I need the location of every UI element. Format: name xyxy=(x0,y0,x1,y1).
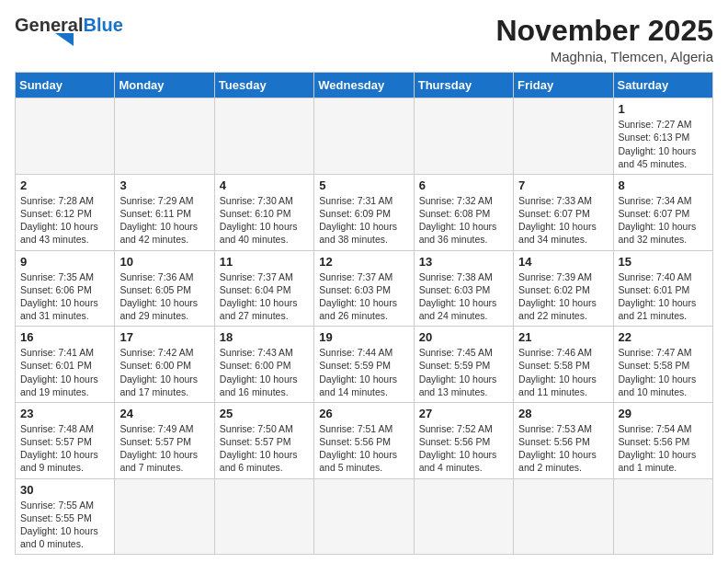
day-number: 30 xyxy=(20,483,109,497)
calendar-cell: 9Sunrise: 7:35 AM Sunset: 6:06 PM Daylig… xyxy=(16,250,115,327)
day-number: 24 xyxy=(119,407,209,420)
calendar-cell xyxy=(214,478,313,555)
calendar-week-row: 30Sunrise: 7:55 AM Sunset: 5:55 PM Dayli… xyxy=(16,478,713,555)
day-info: Sunrise: 7:47 AM Sunset: 5:58 PM Dayligh… xyxy=(619,346,708,398)
calendar-cell: 11Sunrise: 7:37 AM Sunset: 6:04 PM Dayli… xyxy=(214,250,313,327)
day-number: 8 xyxy=(619,178,708,192)
day-info: Sunrise: 7:44 AM Sunset: 5:59 PM Dayligh… xyxy=(319,346,408,398)
calendar-cell: 17Sunrise: 7:42 AM Sunset: 6:00 PM Dayli… xyxy=(115,327,214,403)
day-number: 4 xyxy=(220,178,309,192)
header: GeneralBlue November 2025 Maghnia, Tlemc… xyxy=(15,15,713,64)
calendar-cell xyxy=(115,98,214,175)
calendar-cell: 14Sunrise: 7:39 AM Sunset: 6:02 PM Dayli… xyxy=(514,250,613,327)
calendar-cell: 13Sunrise: 7:38 AM Sunset: 6:03 PM Dayli… xyxy=(414,250,513,327)
day-number: 18 xyxy=(220,330,309,344)
logo-text: GeneralBlue xyxy=(15,15,123,35)
calendar-cell: 2Sunrise: 7:28 AM Sunset: 6:12 PM Daylig… xyxy=(16,174,115,250)
day-info: Sunrise: 7:52 AM Sunset: 5:56 PM Dayligh… xyxy=(419,422,508,475)
calendar-cell: 12Sunrise: 7:37 AM Sunset: 6:03 PM Dayli… xyxy=(314,250,414,327)
day-info: Sunrise: 7:45 AM Sunset: 5:59 PM Dayligh… xyxy=(419,346,508,398)
calendar-cell: 16Sunrise: 7:41 AM Sunset: 6:01 PM Dayli… xyxy=(16,327,115,403)
day-number: 10 xyxy=(119,255,209,269)
day-info: Sunrise: 7:43 AM Sunset: 6:00 PM Dayligh… xyxy=(220,346,309,398)
calendar-subtitle: Maghnia, Tlemcen, Algeria xyxy=(495,49,713,64)
day-info: Sunrise: 7:38 AM Sunset: 6:03 PM Dayligh… xyxy=(419,270,508,323)
calendar-cell xyxy=(514,98,613,175)
day-number: 3 xyxy=(119,178,209,192)
calendar-cell xyxy=(613,478,712,555)
day-info: Sunrise: 7:32 AM Sunset: 6:08 PM Dayligh… xyxy=(419,194,508,247)
day-info: Sunrise: 7:42 AM Sunset: 6:00 PM Dayligh… xyxy=(119,346,209,398)
calendar-cell: 8Sunrise: 7:34 AM Sunset: 6:07 PM Daylig… xyxy=(613,174,712,250)
calendar-cell: 24Sunrise: 7:49 AM Sunset: 5:57 PM Dayli… xyxy=(115,402,214,478)
calendar-cell: 23Sunrise: 7:48 AM Sunset: 5:57 PM Dayli… xyxy=(16,402,115,478)
day-info: Sunrise: 7:37 AM Sunset: 6:04 PM Dayligh… xyxy=(220,270,309,323)
day-number: 6 xyxy=(419,178,508,192)
calendar-cell: 28Sunrise: 7:53 AM Sunset: 5:56 PM Dayli… xyxy=(514,402,613,478)
calendar-cell: 6Sunrise: 7:32 AM Sunset: 6:08 PM Daylig… xyxy=(414,174,513,250)
day-number: 13 xyxy=(419,255,508,269)
day-number: 29 xyxy=(619,407,708,420)
day-info: Sunrise: 7:46 AM Sunset: 5:58 PM Dayligh… xyxy=(518,346,608,398)
calendar-cell xyxy=(414,478,513,555)
col-thursday: Thursday xyxy=(414,73,513,98)
day-info: Sunrise: 7:37 AM Sunset: 6:03 PM Dayligh… xyxy=(319,270,408,323)
calendar-week-row: 1Sunrise: 7:27 AM Sunset: 6:13 PM Daylig… xyxy=(16,98,713,175)
day-info: Sunrise: 7:27 AM Sunset: 6:13 PM Dayligh… xyxy=(619,118,708,170)
calendar-week-row: 16Sunrise: 7:41 AM Sunset: 6:01 PM Dayli… xyxy=(16,327,713,403)
calendar-week-row: 9Sunrise: 7:35 AM Sunset: 6:06 PM Daylig… xyxy=(16,250,713,327)
logo-icon xyxy=(55,33,74,46)
col-wednesday: Wednesday xyxy=(314,73,414,98)
day-info: Sunrise: 7:39 AM Sunset: 6:02 PM Dayligh… xyxy=(518,270,608,323)
day-number: 17 xyxy=(119,330,209,344)
calendar-cell: 27Sunrise: 7:52 AM Sunset: 5:56 PM Dayli… xyxy=(414,402,513,478)
calendar-cell: 26Sunrise: 7:51 AM Sunset: 5:56 PM Dayli… xyxy=(314,402,414,478)
day-info: Sunrise: 7:53 AM Sunset: 5:56 PM Dayligh… xyxy=(518,422,608,475)
day-info: Sunrise: 7:40 AM Sunset: 6:01 PM Dayligh… xyxy=(619,270,708,323)
day-number: 11 xyxy=(220,255,309,269)
day-info: Sunrise: 7:51 AM Sunset: 5:56 PM Dayligh… xyxy=(319,422,408,475)
day-info: Sunrise: 7:31 AM Sunset: 6:09 PM Dayligh… xyxy=(319,194,408,247)
calendar-table: Sunday Monday Tuesday Wednesday Thursday… xyxy=(15,72,713,555)
day-info: Sunrise: 7:35 AM Sunset: 6:06 PM Dayligh… xyxy=(20,270,109,323)
day-number: 12 xyxy=(319,255,408,269)
col-monday: Monday xyxy=(115,73,214,98)
day-number: 2 xyxy=(20,178,109,192)
day-info: Sunrise: 7:54 AM Sunset: 5:56 PM Dayligh… xyxy=(619,422,708,475)
title-block: November 2025 Maghnia, Tlemcen, Algeria xyxy=(495,15,713,64)
calendar-cell xyxy=(115,478,214,555)
day-info: Sunrise: 7:50 AM Sunset: 5:57 PM Dayligh… xyxy=(220,422,309,475)
calendar-cell: 3Sunrise: 7:29 AM Sunset: 6:11 PM Daylig… xyxy=(115,174,214,250)
calendar-title: November 2025 xyxy=(495,15,713,47)
logo: GeneralBlue xyxy=(15,15,123,46)
calendar-cell: 1Sunrise: 7:27 AM Sunset: 6:13 PM Daylig… xyxy=(613,98,712,175)
day-number: 22 xyxy=(619,330,708,344)
day-info: Sunrise: 7:33 AM Sunset: 6:07 PM Dayligh… xyxy=(518,194,608,247)
calendar-cell xyxy=(16,98,115,175)
calendar-cell: 20Sunrise: 7:45 AM Sunset: 5:59 PM Dayli… xyxy=(414,327,513,403)
day-number: 16 xyxy=(20,330,109,344)
day-number: 26 xyxy=(319,407,408,420)
day-number: 28 xyxy=(518,407,608,420)
day-info: Sunrise: 7:29 AM Sunset: 6:11 PM Dayligh… xyxy=(119,194,209,247)
day-info: Sunrise: 7:41 AM Sunset: 6:01 PM Dayligh… xyxy=(20,346,109,398)
calendar-cell: 10Sunrise: 7:36 AM Sunset: 6:05 PM Dayli… xyxy=(115,250,214,327)
day-info: Sunrise: 7:30 AM Sunset: 6:10 PM Dayligh… xyxy=(220,194,309,247)
calendar-cell xyxy=(314,478,414,555)
day-info: Sunrise: 7:55 AM Sunset: 5:55 PM Dayligh… xyxy=(20,499,109,551)
day-number: 1 xyxy=(619,102,708,116)
day-number: 9 xyxy=(20,255,109,269)
day-number: 19 xyxy=(319,330,408,344)
calendar-cell xyxy=(514,478,613,555)
calendar-cell: 29Sunrise: 7:54 AM Sunset: 5:56 PM Dayli… xyxy=(613,402,712,478)
calendar-cell: 22Sunrise: 7:47 AM Sunset: 5:58 PM Dayli… xyxy=(613,327,712,403)
calendar-cell xyxy=(314,98,414,175)
col-friday: Friday xyxy=(514,73,613,98)
calendar-cell: 18Sunrise: 7:43 AM Sunset: 6:00 PM Dayli… xyxy=(214,327,313,403)
col-sunday: Sunday xyxy=(16,73,115,98)
page: GeneralBlue November 2025 Maghnia, Tlemc… xyxy=(0,0,728,563)
day-number: 25 xyxy=(220,407,309,420)
day-info: Sunrise: 7:34 AM Sunset: 6:07 PM Dayligh… xyxy=(619,194,708,247)
calendar-cell: 21Sunrise: 7:46 AM Sunset: 5:58 PM Dayli… xyxy=(514,327,613,403)
calendar-week-row: 2Sunrise: 7:28 AM Sunset: 6:12 PM Daylig… xyxy=(16,174,713,250)
